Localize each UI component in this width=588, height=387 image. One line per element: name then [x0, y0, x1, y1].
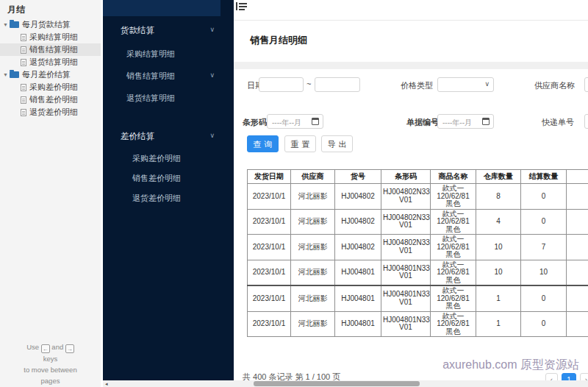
nav-item-return-settlement[interactable]: 退货结算明细	[126, 93, 220, 106]
nav-item-sales-price-diff[interactable]: 销售差价明细	[132, 173, 220, 186]
table-header-cell: 发货日期	[248, 170, 291, 184]
table-header-cell: 结算数量	[521, 170, 567, 184]
table-row: 2023/10/1河北丽影HJ004802HJ004802N333 V01款式一…	[248, 235, 588, 260]
table-cell: 0	[521, 285, 567, 311]
nav-group-price-diff-settlement[interactable]: 差价结算 ∨	[121, 131, 220, 144]
table-cell: 10	[476, 260, 521, 285]
nav-item-sales-settlement[interactable]: 销售结算明细 ∨	[126, 71, 220, 84]
sitemap-item-purchase-settlement[interactable]: 采购结算明细	[0, 31, 101, 43]
nav-group-payment-settlement[interactable]: 货款结算 ∨	[121, 25, 220, 38]
barcode-label: 条形码	[243, 117, 267, 128]
collapse-sidebar-icon[interactable]	[236, 2, 248, 10]
nav-item-label: 退货结算明细	[126, 93, 175, 102]
sitemap-footer-hint: Use ← and → keys to move between pages	[0, 341, 101, 386]
section-separator-band	[234, 62, 588, 69]
watermark-text: axurehub.com 原型资源站	[442, 358, 579, 373]
document-icon	[21, 96, 26, 104]
table-cell: 2023/10/1	[248, 184, 291, 210]
month-placeholder: ----年--月	[272, 118, 301, 128]
table-cell: HJ004801	[335, 285, 381, 311]
table-cell: 0	[521, 311, 567, 337]
query-button[interactable]: 查询	[247, 135, 279, 152]
table-cell: HJ004801N333 V01	[381, 285, 431, 311]
tree-expand-icon[interactable]: ▼	[3, 22, 8, 27]
horizontal-scrollbar[interactable]: ◂	[103, 380, 588, 387]
table-cell: 2023/10/1	[248, 209, 291, 235]
table-cell: HJ004801N333 V01	[381, 260, 431, 285]
chevron-down-icon: ∨	[209, 26, 215, 33]
table-cell: 款式一 120/62/81 黑色	[431, 184, 476, 210]
express-number-label: 快递单号	[542, 117, 574, 128]
reset-button[interactable]: 重置	[284, 135, 316, 152]
results-table: 发货日期供应商货号条形码商品名称仓库数量结算数量结算金额 2023/10/1河北…	[247, 169, 588, 337]
table-cell: 款式一 120/62/81 黑色	[431, 260, 476, 285]
table-cell: 10	[521, 260, 567, 285]
table-cell: 8	[476, 184, 521, 210]
table-cell: HJ004802N333 V01	[381, 209, 431, 235]
scrollbar-thumb[interactable]	[254, 381, 420, 386]
table-cell: 4	[476, 209, 521, 235]
document-icon	[21, 109, 26, 116]
table-cell: 河北丽影	[291, 209, 335, 235]
sitemap-item-sales-settlement[interactable]: 销售结算明细	[0, 43, 101, 56]
scroll-left-arrow-icon[interactable]: ◂	[105, 380, 108, 387]
tree-expand-icon[interactable]: ▼	[3, 72, 8, 77]
document-icon	[21, 84, 26, 91]
table-header-cell: 商品名称	[431, 170, 476, 184]
table-cell: HJ004801	[335, 311, 381, 337]
month-placeholder: ----年--月	[442, 118, 472, 128]
sitemap-item-label: 采购差价明细	[29, 82, 78, 93]
table-cell: 河北丽影	[291, 184, 335, 210]
document-icon	[21, 59, 26, 66]
nav-item-purchase-price-diff[interactable]: 采购差价明细	[132, 153, 220, 166]
doc-number-label: 单据编号	[406, 117, 439, 128]
table-cell: 1	[476, 285, 521, 311]
sitemap-item-return-settlement[interactable]: 退货结算明细	[0, 56, 101, 68]
left-arrow-key-icon: ←	[41, 344, 50, 353]
table-cell: HJ004802N333 V01	[381, 184, 431, 210]
footer-hint-line2: keys	[0, 353, 101, 364]
table-header-cell: 货号	[335, 170, 381, 184]
right-arrow-key-icon: →	[65, 344, 74, 353]
sitemap-item-label: 销售差价明细	[29, 94, 78, 105]
sitemap-item-label: 销售结算明细	[29, 44, 78, 55]
nav-group-label: 货款结算	[121, 26, 154, 35]
table-cell: 0	[521, 209, 567, 235]
sitemap-item-return-price-diff[interactable]: 退货差价明细	[0, 106, 101, 118]
header-divider	[234, 20, 588, 21]
table-cell: 河北丽影	[291, 285, 335, 311]
table-cell: 款式一 120/62/81 黑色	[431, 311, 476, 337]
main-content: 销售月结明细 日期 ~ 价格类型 ∨ 供应商名称 条形码 ----年--月 单据…	[234, 0, 588, 387]
export-button[interactable]: 导出	[321, 135, 353, 152]
nav-item-label: 采购差价明细	[132, 154, 181, 163]
sitemap-group-monthly-price-diff[interactable]: ▼ 每月差价结算	[0, 68, 101, 81]
table-header-cell: 供应商	[291, 170, 335, 184]
table-cell	[567, 184, 588, 210]
table-cell	[567, 260, 588, 285]
sitemap-item-sales-price-diff[interactable]: 销售差价明细	[0, 93, 101, 106]
barcode-month-input[interactable]: ----年--月	[267, 114, 323, 129]
doc-number-month-input[interactable]: ----年--月	[437, 114, 494, 129]
sitemap-group-monthly-payment[interactable]: ▼ 每月货款结算	[0, 18, 101, 31]
nav-item-return-price-diff[interactable]: 退货差价明细	[132, 193, 220, 206]
table-cell: 2023/10/1	[248, 285, 291, 311]
table-cell	[567, 285, 588, 311]
table-row: 2023/10/1河北丽影HJ004801HJ004801N333 V01款式一…	[248, 260, 588, 285]
sitemap-item-purchase-price-diff[interactable]: 采购差价明细	[0, 81, 101, 93]
date-from-input[interactable]	[259, 77, 304, 92]
table-cell: 1	[476, 311, 521, 337]
table-cell: 款式一 120/62/81 黑色	[431, 235, 476, 260]
price-type-select[interactable]: ∨	[437, 77, 494, 92]
table-cell	[567, 209, 588, 235]
date-to-input[interactable]	[315, 77, 360, 92]
date-range-separator: ~	[306, 79, 311, 88]
table-cell: 河北丽影	[291, 235, 335, 260]
nav-item-purchase-settlement[interactable]: 采购结算明细	[126, 49, 220, 62]
table-header-row: 发货日期供应商货号条形码商品名称仓库数量结算数量结算金额	[248, 170, 588, 184]
footer-hint-line3: to move between	[0, 364, 101, 375]
express-number-input[interactable]: ----年--月	[584, 114, 588, 129]
table-cell: HJ004802N333 V01	[381, 235, 431, 260]
table-cell: 0	[521, 184, 567, 210]
table-cell: 7	[521, 235, 567, 260]
supplier-name-input[interactable]	[584, 77, 588, 92]
